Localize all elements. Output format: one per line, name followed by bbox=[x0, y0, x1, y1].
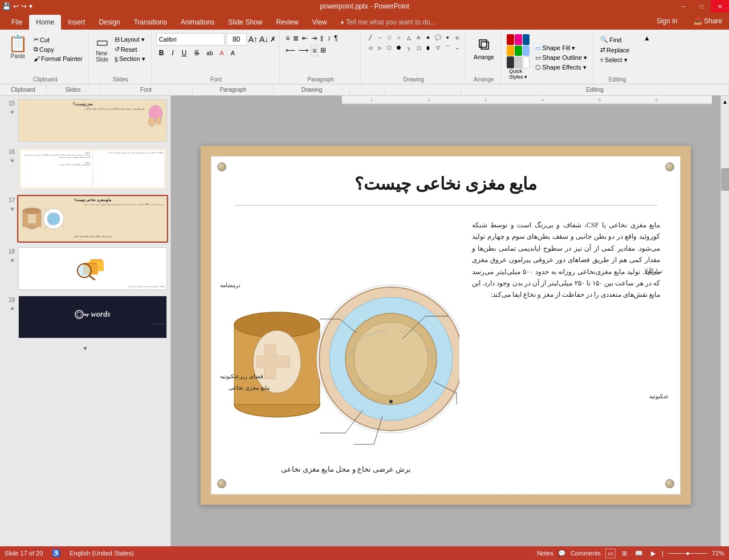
shape-text[interactable]: A bbox=[414, 33, 423, 42]
shape-r2[interactable]: ▷ bbox=[375, 43, 384, 52]
sign-in-button[interactable]: Sign in bbox=[650, 14, 685, 28]
bold-button[interactable]: B bbox=[156, 47, 167, 59]
line-spacing-button[interactable]: ↕ bbox=[326, 33, 332, 43]
convert-smartart-button[interactable]: ⊞ bbox=[319, 45, 327, 56]
format-painter-button[interactable]: 🖌Format Painter bbox=[31, 55, 85, 63]
slide-panel[interactable]: 15 ★ مغز چیست؟ متن توضیحی در مورد مغز و … bbox=[0, 96, 171, 546]
slide-thumb-19[interactable]: words متن زیر اسلاید ۱۹ bbox=[17, 295, 168, 340]
underline-button[interactable]: U bbox=[179, 47, 190, 59]
clear-format-button[interactable]: ✗ bbox=[270, 35, 276, 43]
scroll-up-button[interactable]: ▲ bbox=[721, 96, 729, 107]
font-highlight-button[interactable]: A bbox=[229, 48, 237, 58]
scroll-down-button[interactable]: ▼ bbox=[721, 549, 729, 560]
shape-r1[interactable]: ◁ bbox=[365, 43, 374, 52]
text-shadow-button[interactable]: ab bbox=[204, 49, 215, 58]
align-text-button[interactable]: ≡ bbox=[311, 45, 318, 56]
customize-quick-access-button[interactable]: ▾ bbox=[29, 2, 32, 10]
font-size-input[interactable] bbox=[226, 33, 247, 46]
zoom-slider[interactable]: ────●──── bbox=[668, 550, 707, 557]
font-name-input[interactable] bbox=[156, 33, 225, 46]
copy-button[interactable]: ⧉Copy bbox=[31, 45, 85, 54]
tab-review[interactable]: Review bbox=[269, 15, 305, 30]
slide-sorter-button[interactable]: ⊞ bbox=[620, 549, 629, 558]
slide-item-18[interactable]: 18 ★ bbox=[2, 246, 168, 291]
columns-button[interactable]: ⫿ bbox=[319, 33, 325, 43]
shape-arrow[interactable]: → bbox=[375, 33, 384, 42]
select-button[interactable]: ▿Select ▾ bbox=[598, 56, 637, 64]
increase-font-button[interactable]: A↑ bbox=[249, 35, 258, 44]
normal-view-button[interactable]: ▭ bbox=[605, 549, 616, 558]
maximize-button[interactable]: □ bbox=[693, 0, 711, 13]
slide-item-17[interactable]: 17 ★ مایع مغزی نخاعی چیست؟ bbox=[2, 195, 168, 243]
layout-button[interactable]: ⊟Layout ▾ bbox=[112, 35, 148, 44]
decrease-font-button[interactable]: A↓ bbox=[259, 35, 268, 44]
italic-button[interactable]: I bbox=[169, 47, 176, 59]
bullets-button[interactable]: ≡ bbox=[284, 33, 291, 43]
replace-button[interactable]: ⇄Replace bbox=[598, 46, 637, 54]
ribbon-collapse-button[interactable]: ▲ bbox=[641, 32, 653, 84]
quick-styles-button[interactable]: QuickStyles ▾ bbox=[506, 33, 531, 83]
slide-item-16[interactable]: 16 ★ متن اول:این یک متن نمونه است که در … bbox=[2, 146, 168, 191]
shape-r6[interactable]: ◻ bbox=[414, 43, 423, 52]
scrollbar-thumb[interactable] bbox=[721, 168, 729, 191]
section-button[interactable]: §Slide 17 of 20Section ▾ bbox=[112, 55, 148, 63]
new-slide-button[interactable]: ▭ NewSlide bbox=[93, 33, 111, 64]
tab-insert[interactable]: Insert bbox=[61, 15, 92, 30]
slide-thumb-15[interactable]: مغز چیست؟ متن توضیحی در مورد مغز و ساختا… bbox=[17, 98, 168, 143]
font-color-button[interactable]: A bbox=[217, 48, 226, 58]
reset-button[interactable]: ↺Reset bbox=[112, 45, 148, 54]
slide-thumb-17[interactable]: مایع مغزی نخاعی چیست؟ bbox=[17, 195, 168, 243]
minimize-button[interactable]: ─ bbox=[674, 0, 693, 13]
shape-outline-button[interactable]: ▭Shape Outline ▾ bbox=[533, 54, 589, 62]
close-button[interactable]: ✕ bbox=[711, 0, 729, 13]
shape-r3[interactable]: ⬡ bbox=[385, 43, 394, 52]
slide-thumb-18[interactable]: اطلاعات تکمیلی که در اسلاید شماره ۱۸ قرا… bbox=[17, 246, 168, 291]
tab-slideshow[interactable]: Slide Show bbox=[221, 15, 269, 30]
tab-transitions[interactable]: Transitions bbox=[127, 15, 174, 30]
tab-home[interactable]: Home bbox=[29, 15, 61, 30]
slide-item-15[interactable]: 15 ★ مغز چیست؟ متن توضیحی در مورد مغز و … bbox=[2, 98, 168, 143]
increase-indent-button[interactable]: ⇥ bbox=[310, 33, 318, 43]
notes-button[interactable]: Notes bbox=[537, 550, 553, 557]
shape-r10[interactable]: ⌣ bbox=[453, 43, 462, 52]
shape-curve[interactable]: ∪ bbox=[453, 33, 462, 42]
shape-r5[interactable]: ╮ bbox=[404, 43, 413, 52]
tab-view[interactable]: View bbox=[306, 15, 334, 30]
slide-panel-scroll-down[interactable]: ▼ bbox=[2, 343, 168, 354]
shape-r4[interactable]: ⭓ bbox=[394, 43, 404, 52]
tab-animations[interactable]: Animations bbox=[174, 15, 221, 30]
paste-button[interactable]: 📋 Paste bbox=[6, 33, 30, 60]
redo-button[interactable]: ↪ bbox=[21, 2, 27, 10]
decrease-indent-button[interactable]: ⇤ bbox=[301, 33, 309, 43]
shape-oval[interactable]: ○ bbox=[394, 33, 404, 42]
shape-fill-button[interactable]: ▭Shape Fill ▾ bbox=[533, 44, 589, 52]
save-button[interactable]: 💾 bbox=[2, 2, 11, 10]
shape-tri[interactable]: △ bbox=[404, 33, 413, 42]
shape-more[interactable]: ▾ bbox=[443, 33, 452, 42]
comments-button[interactable]: Comments bbox=[571, 550, 601, 557]
shape-star[interactable]: ★ bbox=[423, 33, 433, 42]
text-direction-button[interactable]: ⟶ bbox=[298, 45, 309, 56]
undo-button[interactable]: ↩ bbox=[13, 2, 19, 10]
shape-callout[interactable]: 💬 bbox=[433, 33, 442, 42]
reading-view-button[interactable]: 📖 bbox=[633, 549, 645, 558]
tab-tell-me[interactable]: ♦ Tell me what you want to do... bbox=[334, 15, 443, 30]
numbering-button[interactable]: ≣ bbox=[292, 33, 300, 43]
find-button[interactable]: 🔍Find bbox=[598, 35, 637, 44]
align-text-direction-button[interactable]: ⟵ bbox=[284, 45, 296, 56]
tab-design[interactable]: Design bbox=[92, 15, 127, 30]
shape-r9[interactable]: ⌒ bbox=[443, 43, 452, 52]
shape-effects-button[interactable]: ⬡Shape Effects ▾ bbox=[533, 63, 589, 72]
shape-line[interactable]: ╱ bbox=[365, 33, 374, 42]
slide-thumb-16[interactable]: متن اول:این یک متن نمونه است که در این ا… bbox=[17, 146, 168, 191]
presentation-view-button[interactable]: ▶ bbox=[649, 549, 657, 558]
shape-r8[interactable]: ▽ bbox=[433, 43, 442, 52]
shape-r7[interactable]: ⬮ bbox=[423, 43, 433, 52]
paragraph-direction-button[interactable]: ¶ bbox=[333, 33, 339, 43]
cut-button[interactable]: ✂Cut bbox=[31, 35, 85, 44]
share-button[interactable]: 📤 Share bbox=[687, 14, 729, 28]
strikethrough-button[interactable]: S bbox=[192, 47, 202, 59]
tab-file[interactable]: File bbox=[5, 15, 29, 30]
shape-rect[interactable]: □ bbox=[385, 33, 394, 42]
slide-item-19[interactable]: 19 ★ words bbox=[2, 295, 168, 340]
